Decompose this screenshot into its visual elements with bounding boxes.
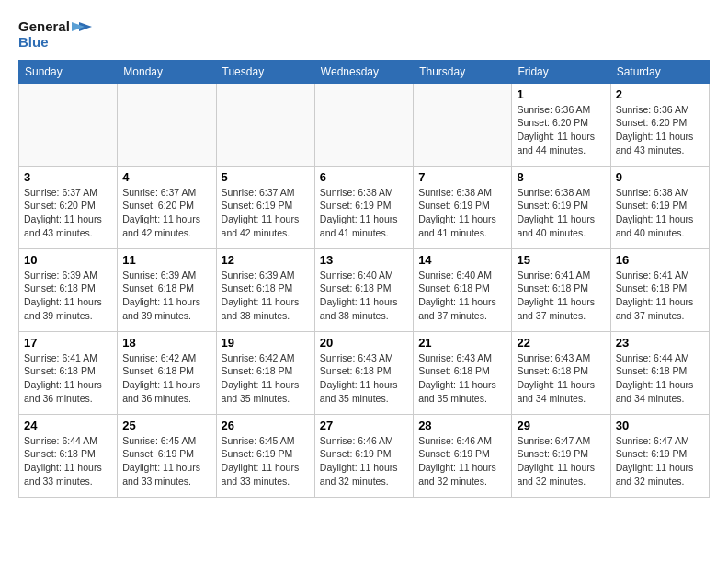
calendar-cell: 22Sunrise: 6:43 AMSunset: 6:18 PMDayligh…: [512, 331, 610, 414]
calendar-cell: 1Sunrise: 6:36 AMSunset: 6:20 PMDaylight…: [512, 83, 610, 166]
weekday-header: Sunday: [19, 60, 118, 83]
day-info: Sunrise: 6:40 AMSunset: 6:18 PMDaylight:…: [320, 269, 408, 323]
logo-container: General Blue: [18, 18, 92, 51]
logo: General Blue: [18, 18, 92, 51]
weekday-header-row: SundayMondayTuesdayWednesdayThursdayFrid…: [19, 60, 710, 83]
day-info: Sunrise: 6:41 AMSunset: 6:18 PMDaylight:…: [24, 351, 112, 406]
calendar-cell: 5Sunrise: 6:37 AMSunset: 6:19 PMDaylight…: [216, 166, 314, 248]
calendar-cell: 27Sunrise: 6:46 AMSunset: 6:19 PMDayligh…: [314, 414, 413, 497]
logo-blue: Blue: [18, 35, 49, 51]
calendar-cell: 26Sunrise: 6:45 AMSunset: 6:19 PMDayligh…: [216, 414, 314, 497]
calendar-cell: 3Sunrise: 6:37 AMSunset: 6:20 PMDaylight…: [19, 166, 118, 248]
day-info: Sunrise: 6:38 AMSunset: 6:19 PMDaylight:…: [320, 186, 408, 240]
day-number: 6: [320, 170, 408, 184]
calendar-cell: 30Sunrise: 6:47 AMSunset: 6:19 PMDayligh…: [610, 414, 709, 497]
day-number: 11: [122, 253, 210, 267]
calendar-cell: 21Sunrise: 6:43 AMSunset: 6:18 PMDayligh…: [414, 331, 512, 414]
day-number: 7: [418, 170, 506, 184]
calendar-cell: 16Sunrise: 6:41 AMSunset: 6:18 PMDayligh…: [610, 248, 709, 331]
calendar-cell: 15Sunrise: 6:41 AMSunset: 6:18 PMDayligh…: [512, 248, 610, 331]
day-info: Sunrise: 6:43 AMSunset: 6:18 PMDaylight:…: [418, 351, 506, 406]
day-info: Sunrise: 6:41 AMSunset: 6:18 PMDaylight:…: [517, 269, 605, 323]
day-number: 12: [222, 253, 310, 267]
calendar-cell: 9Sunrise: 6:38 AMSunset: 6:19 PMDaylight…: [610, 166, 709, 248]
day-number: 15: [517, 253, 605, 267]
day-number: 28: [418, 419, 506, 432]
day-number: 22: [517, 336, 605, 350]
calendar-cell: 18Sunrise: 6:42 AMSunset: 6:18 PMDayligh…: [118, 331, 216, 414]
day-info: Sunrise: 6:47 AMSunset: 6:19 PMDaylight:…: [616, 434, 704, 488]
day-info: Sunrise: 6:41 AMSunset: 6:18 PMDaylight:…: [616, 269, 704, 323]
day-info: Sunrise: 6:36 AMSunset: 6:20 PMDaylight:…: [616, 103, 704, 157]
calendar-table: SundayMondayTuesdayWednesdayThursdayFrid…: [18, 60, 710, 498]
day-number: 9: [616, 170, 704, 184]
day-info: Sunrise: 6:37 AMSunset: 6:19 PMDaylight:…: [222, 186, 310, 240]
day-info: Sunrise: 6:38 AMSunset: 6:19 PMDaylight:…: [616, 186, 704, 240]
day-number: 2: [616, 87, 704, 101]
day-number: 30: [616, 419, 704, 432]
weekday-header: Wednesday: [314, 60, 413, 83]
calendar-cell: 2Sunrise: 6:36 AMSunset: 6:20 PMDaylight…: [610, 83, 709, 166]
day-info: Sunrise: 6:46 AMSunset: 6:19 PMDaylight:…: [320, 434, 408, 488]
day-info: Sunrise: 6:37 AMSunset: 6:20 PMDaylight:…: [24, 186, 112, 240]
day-info: Sunrise: 6:44 AMSunset: 6:18 PMDaylight:…: [24, 434, 112, 488]
day-info: Sunrise: 6:45 AMSunset: 6:19 PMDaylight:…: [222, 434, 310, 488]
logo-general: General: [18, 19, 70, 35]
day-info: Sunrise: 6:39 AMSunset: 6:18 PMDaylight:…: [122, 269, 210, 323]
calendar-cell: 10Sunrise: 6:39 AMSunset: 6:18 PMDayligh…: [19, 248, 118, 331]
calendar-cell: 12Sunrise: 6:39 AMSunset: 6:18 PMDayligh…: [216, 248, 314, 331]
calendar-cell: [19, 83, 118, 166]
calendar-cell: [314, 83, 413, 166]
calendar-cell: [414, 83, 512, 166]
day-number: 24: [24, 419, 112, 432]
day-number: 27: [320, 419, 408, 432]
day-number: 20: [320, 336, 408, 350]
day-number: 21: [418, 336, 506, 350]
calendar-week-row: 1Sunrise: 6:36 AMSunset: 6:20 PMDaylight…: [19, 83, 710, 166]
calendar-cell: 29Sunrise: 6:47 AMSunset: 6:19 PMDayligh…: [512, 414, 610, 497]
calendar-cell: 17Sunrise: 6:41 AMSunset: 6:18 PMDayligh…: [19, 331, 118, 414]
weekday-header: Tuesday: [216, 60, 314, 83]
day-number: 25: [122, 419, 210, 432]
day-number: 4: [122, 170, 210, 184]
day-number: 26: [222, 419, 310, 432]
weekday-header: Thursday: [414, 60, 512, 83]
day-number: 17: [24, 336, 112, 350]
calendar-week-row: 24Sunrise: 6:44 AMSunset: 6:18 PMDayligh…: [19, 414, 710, 497]
day-number: 23: [616, 336, 704, 350]
day-number: 3: [24, 170, 112, 184]
calendar-cell: 23Sunrise: 6:44 AMSunset: 6:18 PMDayligh…: [610, 331, 709, 414]
day-info: Sunrise: 6:36 AMSunset: 6:20 PMDaylight:…: [517, 103, 605, 157]
day-number: 16: [616, 253, 704, 267]
calendar-cell: 24Sunrise: 6:44 AMSunset: 6:18 PMDayligh…: [19, 414, 118, 497]
day-info: Sunrise: 6:43 AMSunset: 6:18 PMDaylight:…: [320, 351, 408, 406]
day-number: 14: [418, 253, 506, 267]
logo-bird-icon: [72, 18, 92, 35]
calendar-week-row: 10Sunrise: 6:39 AMSunset: 6:18 PMDayligh…: [19, 248, 710, 331]
page-header: General Blue: [18, 18, 710, 51]
day-number: 18: [122, 336, 210, 350]
day-info: Sunrise: 6:46 AMSunset: 6:19 PMDaylight:…: [418, 434, 506, 488]
day-info: Sunrise: 6:42 AMSunset: 6:18 PMDaylight:…: [222, 351, 310, 406]
weekday-header: Monday: [118, 60, 216, 83]
calendar-cell: 19Sunrise: 6:42 AMSunset: 6:18 PMDayligh…: [216, 331, 314, 414]
day-number: 10: [24, 253, 112, 267]
day-info: Sunrise: 6:37 AMSunset: 6:20 PMDaylight:…: [122, 186, 210, 240]
calendar-cell: 13Sunrise: 6:40 AMSunset: 6:18 PMDayligh…: [314, 248, 413, 331]
day-info: Sunrise: 6:42 AMSunset: 6:18 PMDaylight:…: [122, 351, 210, 406]
calendar-cell: 20Sunrise: 6:43 AMSunset: 6:18 PMDayligh…: [314, 331, 413, 414]
day-info: Sunrise: 6:38 AMSunset: 6:19 PMDaylight:…: [517, 186, 605, 240]
day-info: Sunrise: 6:39 AMSunset: 6:18 PMDaylight:…: [222, 269, 310, 323]
calendar-cell: 8Sunrise: 6:38 AMSunset: 6:19 PMDaylight…: [512, 166, 610, 248]
day-number: 5: [222, 170, 310, 184]
calendar-cell: 11Sunrise: 6:39 AMSunset: 6:18 PMDayligh…: [118, 248, 216, 331]
calendar-cell: 14Sunrise: 6:40 AMSunset: 6:18 PMDayligh…: [414, 248, 512, 331]
calendar-cell: 4Sunrise: 6:37 AMSunset: 6:20 PMDaylight…: [118, 166, 216, 248]
day-number: 19: [222, 336, 310, 350]
day-number: 1: [517, 87, 605, 101]
weekday-header: Saturday: [610, 60, 709, 83]
day-number: 29: [517, 419, 605, 432]
calendar-cell: [216, 83, 314, 166]
weekday-header: Friday: [512, 60, 610, 83]
day-info: Sunrise: 6:43 AMSunset: 6:18 PMDaylight:…: [517, 351, 605, 406]
